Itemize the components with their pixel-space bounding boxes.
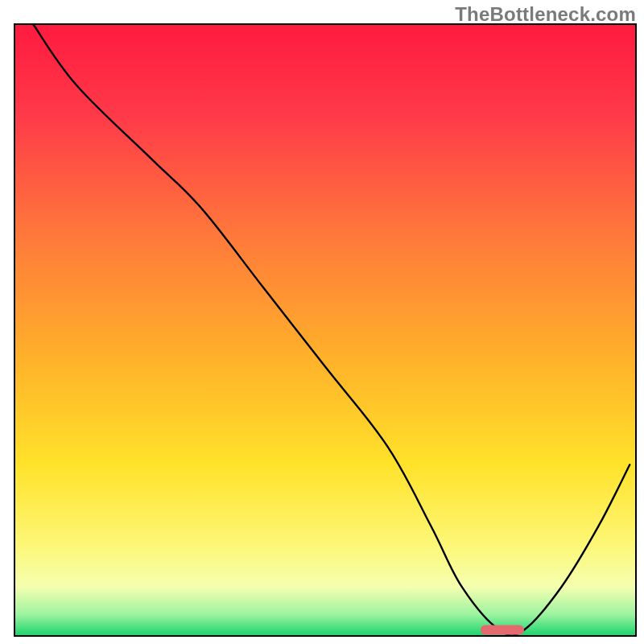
chart-stage: TheBottleneck.com [0, 0, 644, 644]
optimum-bar [481, 625, 524, 634]
bottleneck-chart [0, 0, 644, 644]
